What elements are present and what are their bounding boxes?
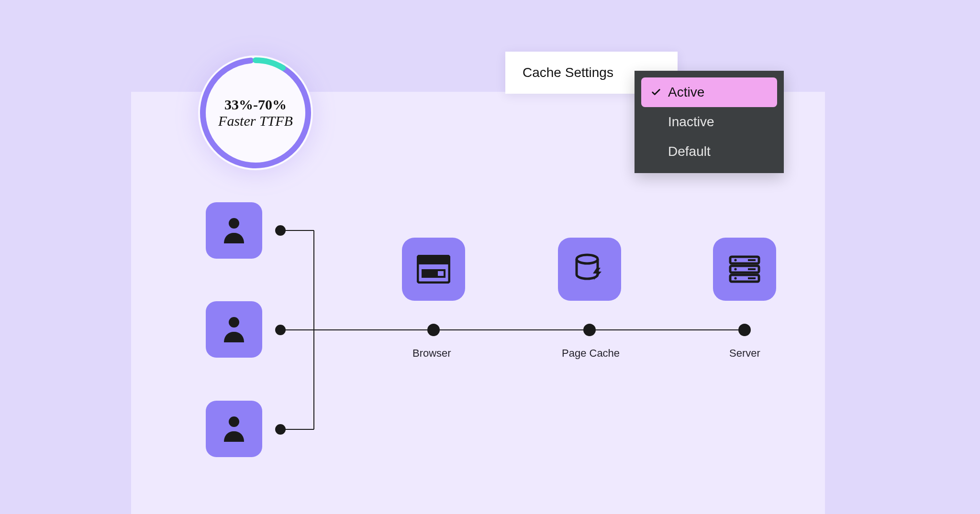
ttfb-gauge: 33%-70% Faster TTFB [194, 52, 317, 174]
cache-settings-dropdown: Active Inactive Default [635, 71, 784, 173]
svg-point-14 [734, 259, 736, 261]
dropdown-option-active[interactable]: Active [641, 77, 777, 107]
svg-rect-17 [748, 268, 756, 270]
dropdown-option-label: Inactive [668, 114, 714, 130]
cache-settings-title: Cache Settings [523, 65, 613, 80]
browser-node [402, 238, 465, 301]
gauge-caption: 33%-70% Faster TTFB [194, 52, 317, 174]
svg-point-16 [734, 268, 736, 270]
spacer-icon [651, 146, 661, 157]
database-bolt-icon [574, 253, 605, 285]
gauge-line2: Faster TTFB [218, 113, 293, 130]
dropdown-option-label: Active [668, 85, 704, 100]
svg-point-18 [734, 277, 736, 279]
gauge-line1: 33%-70% [224, 97, 287, 113]
page-cache-node [558, 238, 621, 301]
user-node [206, 401, 262, 457]
check-icon [651, 87, 661, 98]
svg-point-10 [577, 255, 598, 263]
server-rack-icon [729, 255, 760, 283]
page-cache-label: Page Cache [562, 347, 620, 360]
dropdown-option-default[interactable]: Default [641, 137, 777, 166]
svg-point-4 [229, 317, 239, 328]
user-icon [222, 217, 246, 244]
user-icon [222, 415, 246, 443]
svg-point-3 [229, 218, 239, 229]
browser-label: Browser [412, 347, 451, 360]
user-node [206, 301, 262, 358]
svg-rect-15 [748, 259, 756, 261]
browser-window-icon [417, 255, 450, 284]
svg-rect-9 [438, 271, 444, 276]
server-label: Server [729, 347, 760, 360]
user-node [206, 202, 262, 259]
spacer-icon [651, 117, 661, 127]
server-node [713, 238, 776, 301]
svg-rect-19 [748, 277, 756, 279]
user-icon [222, 316, 246, 343]
svg-point-5 [229, 416, 239, 427]
dropdown-option-inactive[interactable]: Inactive [641, 107, 777, 137]
dropdown-option-label: Default [668, 144, 711, 159]
svg-rect-7 [418, 256, 449, 264]
